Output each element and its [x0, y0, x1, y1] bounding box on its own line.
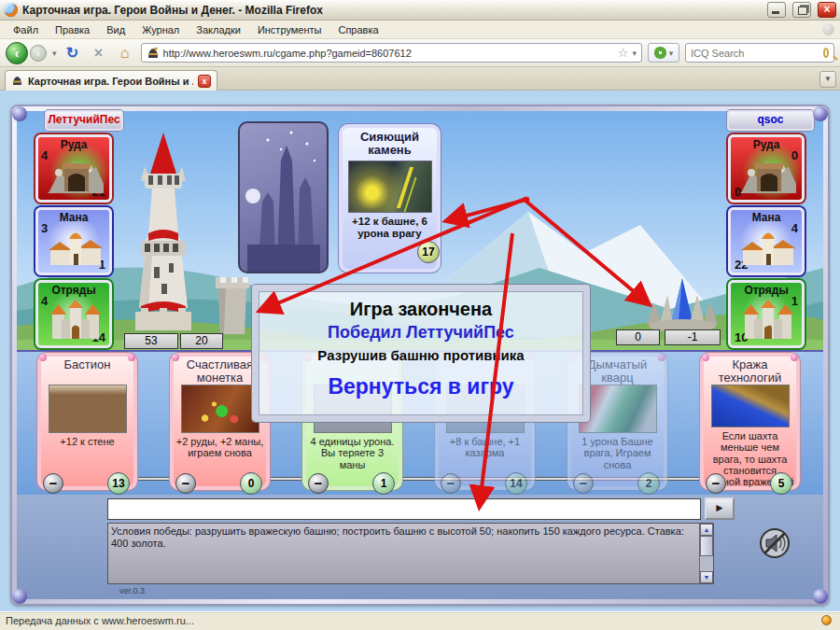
card-cost: 14: [505, 472, 527, 495]
tab-bar: Карточная игра. Герои Войны и ... x ▼: [0, 67, 840, 91]
right-mana-card: Мана 4 22: [728, 207, 805, 275]
mute-sound-icon[interactable]: [758, 526, 791, 560]
corner-orb: [12, 589, 27, 604]
right-wall-value: 0: [616, 329, 660, 345]
discard-button[interactable]: −: [441, 473, 461, 494]
menu-edit[interactable]: Правка: [48, 22, 97, 37]
icq-flower-icon: [654, 47, 666, 59]
left-mana-card: Мана 3 1: [35, 207, 112, 275]
ore-title: Руда: [38, 138, 109, 151]
forward-button[interactable]: ›: [30, 45, 47, 62]
dialog-reason: Разрушив башню противника: [317, 347, 524, 363]
url-input[interactable]: [163, 48, 614, 59]
castle-icon: [738, 298, 798, 339]
menu-file[interactable]: Файл: [6, 22, 46, 37]
stop-button[interactable]: ×: [89, 45, 109, 62]
tab-list-dropdown[interactable]: ▼: [819, 71, 836, 88]
game-over-dialog: Игра закончена Победил ЛеттучийПес Разру…: [252, 285, 590, 422]
discard-button[interactable]: −: [706, 473, 726, 494]
chat-input[interactable]: [107, 498, 701, 520]
game-log-text: Условия победы: разрушить вражескую башн…: [111, 525, 696, 550]
search-box[interactable]: [685, 43, 834, 63]
scroll-down-icon[interactable]: ▼: [700, 571, 713, 583]
played-card-title: Сияющий камень: [343, 128, 437, 158]
home-button[interactable]: ⌂: [115, 45, 135, 62]
discard-button[interactable]: −: [175, 473, 196, 494]
card-cost: 1: [372, 472, 395, 495]
card-desc: 1 урона Башне врага, Играем снова: [571, 433, 664, 470]
dialog-winner: Победил ЛеттучийПес: [328, 323, 514, 343]
tab-active[interactable]: Карточная игра. Герои Войны и ... x: [5, 70, 217, 91]
back-button[interactable]: ‹: [6, 42, 28, 64]
deck-card[interactable]: [238, 121, 329, 273]
castle-icon: [46, 298, 105, 339]
tab-close-icon[interactable]: x: [198, 75, 211, 88]
scroll-thumb[interactable]: [700, 536, 713, 556]
hand-card-bastion[interactable]: Бастион +12 к стене − 13: [37, 353, 137, 490]
left-wall-value: 20: [180, 333, 223, 349]
minimize-button[interactable]: [767, 2, 786, 18]
menu-view[interactable]: Вид: [99, 22, 133, 37]
card-desc: 4 единицы урона. Вы теряете 3 маны: [306, 433, 399, 470]
card-image: [711, 385, 790, 427]
site-favicon: [147, 47, 160, 60]
left-wall-tower: [213, 275, 252, 334]
card-desc: +2 руды, +2 маны, играем снова: [174, 433, 266, 459]
reload-button[interactable]: ↻: [63, 44, 83, 62]
hand-card-tech-theft[interactable]: Кража технологий Если шахта меньше чем в…: [700, 353, 800, 490]
card-cost: 2: [637, 472, 660, 495]
bookmark-star-icon[interactable]: ☆: [618, 46, 629, 60]
navigation-toolbar: ‹ › ▾ ↻ × ⌂ ☆ ▾ ▾: [0, 39, 840, 67]
status-update-icon[interactable]: [821, 615, 832, 625]
card-image: [181, 385, 259, 433]
left-tower: [117, 133, 210, 334]
card-desc: +8 к башне, +1 казарма: [439, 433, 531, 459]
url-dropdown-icon[interactable]: ▾: [632, 49, 637, 58]
menu-tools[interactable]: Инструменты: [250, 22, 329, 37]
search-input[interactable]: [691, 48, 823, 59]
version-label: ver.0.3: [119, 586, 145, 595]
menu-history[interactable]: Журнал: [134, 22, 187, 37]
engine-dropdown-icon: ▾: [669, 49, 674, 58]
troops-title: Отряды: [38, 284, 109, 297]
mine-icon: [738, 152, 798, 193]
left-ore-card: Руда 4 21: [35, 134, 112, 203]
return-to-game-link[interactable]: Вернуться в игру: [328, 374, 513, 399]
right-tower-value: -1: [665, 329, 721, 345]
temple-icon: [738, 225, 798, 266]
card-image: [49, 385, 127, 433]
card-title: Кража технологий: [704, 357, 796, 385]
left-player-name: ЛеттучийПес: [45, 110, 123, 131]
title-bar: Карточная игра. Герои Войны и Денег. - M…: [0, 0, 840, 21]
close-button[interactable]: ×: [818, 2, 836, 18]
menu-right-icon: [822, 23, 834, 35]
search-engine-picker[interactable]: ▾: [648, 43, 679, 63]
card-title: Бастион: [41, 357, 133, 385]
url-bar[interactable]: ☆ ▾: [141, 43, 642, 63]
left-troops-card: Отряды 4 14: [35, 280, 112, 348]
discard-button[interactable]: −: [308, 473, 329, 494]
right-ore-card: Руда 0 0: [728, 134, 805, 203]
menu-bookmarks[interactable]: Закладки: [189, 22, 248, 37]
search-magnifier-icon[interactable]: [823, 48, 829, 58]
tab-favicon: [11, 75, 23, 87]
chat-send-button[interactable]: ►: [705, 497, 735, 520]
log-scrollbar[interactable]: ▲ ▼: [699, 524, 713, 583]
corner-orb: [813, 106, 828, 121]
window-title: Карточная игра. Герои Войны и Денег. - M…: [22, 4, 761, 17]
corner-orb: [813, 589, 828, 604]
restore-button[interactable]: [792, 2, 811, 18]
scroll-up-icon[interactable]: ▲: [700, 524, 713, 536]
right-tower-ruined: [641, 278, 723, 332]
discard-button[interactable]: −: [573, 473, 594, 494]
firefox-icon: [4, 3, 18, 17]
deck-card-art: [240, 123, 327, 272]
status-text: Передача данных с www.heroeswm.ru...: [6, 615, 194, 626]
menu-help[interactable]: Справка: [330, 22, 385, 37]
game-board: ЛеттучийПес Руда 4 21 Мана 3 1: [10, 105, 830, 606]
browser-window: Карточная игра. Герои Войны и Денег. - M…: [0, 0, 840, 630]
discard-button[interactable]: −: [43, 473, 63, 494]
right-player-name: qsoc: [727, 110, 814, 131]
history-dropdown-icon[interactable]: ▾: [52, 49, 57, 58]
corner-orb: [12, 106, 27, 121]
